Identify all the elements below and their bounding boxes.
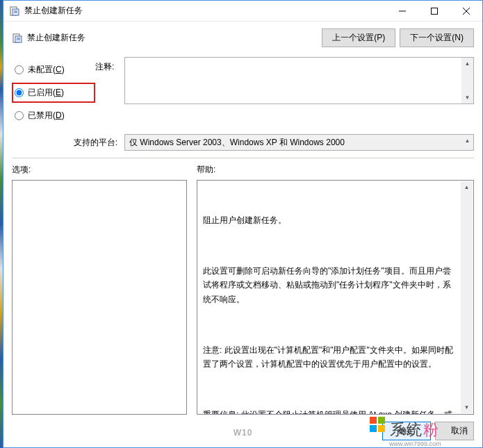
help-para: 阻止用户创建新任务。 [203, 213, 458, 227]
previous-setting-button[interactable]: 上一个设置(P) [322, 28, 395, 47]
radio-group: 未配置(C) 已启用(E) 已禁用(D) [12, 57, 95, 128]
platform-value-box: 仅 Windows Server 2003、Windows XP 和 Windo… [124, 134, 474, 151]
ok-button[interactable]: 确定 [382, 422, 431, 440]
help-box: 阻止用户创建新任务。 此设置可删除可启动新任务向导的"添加计划任务"项目。而且用… [197, 180, 474, 415]
policy-icon [12, 33, 23, 44]
svg-rect-5 [432, 8, 438, 14]
maximize-button[interactable] [418, 1, 450, 22]
platform-row: 支持的平台: 仅 Windows Server 2003、Windows XP … [3, 131, 482, 158]
help-scrollbar[interactable]: ▲ ▼ [461, 181, 473, 413]
options-box [12, 180, 187, 415]
radio-not-configured-label[interactable]: 未配置(C) [28, 64, 65, 76]
minimize-button[interactable] [386, 1, 418, 22]
radio-enabled[interactable] [15, 88, 24, 97]
window-icon [9, 6, 20, 17]
titlebar: 禁止创建新任务 [3, 1, 482, 22]
help-text: 阻止用户创建新任务。 此设置可删除可启动新任务向导的"添加计划任务"项目。而且用… [197, 181, 473, 415]
window-title: 禁止创建新任务 [24, 5, 386, 17]
toolbar: 禁止创建新任务 上一个设置(P) 下一个设置(N) [3, 22, 482, 51]
scroll-track[interactable] [461, 193, 473, 401]
help-para: 注意: 此设置出现在"计算机配置"和"用户配置"文件夹中。如果同时配置了两个设置… [203, 343, 458, 372]
bottom-bar: W10 确定 取消 系统粉 www.win7999.com [3, 415, 482, 447]
options-label: 选项: [12, 164, 187, 176]
radio-disabled[interactable] [15, 111, 24, 120]
platform-label: 支持的平台: [12, 137, 124, 149]
config-section: 未配置(C) 已启用(E) 已禁用(D) 注释: ▲ ▼ [3, 51, 482, 131]
help-para: 此设置可删除可启动新任务向导的"添加计划任务"项目。而且用户尝试将程序或文档移动… [203, 264, 458, 306]
policy-dialog-window: 禁止创建新任务 禁止创建新任务 上一个设置(P) 下一个设置(N) [3, 0, 483, 448]
options-column: 选项: [12, 164, 187, 415]
body-section: 选项: 帮助: 阻止用户创建新任务。 此设置可删除可启动新任务向导的"添加计划任… [3, 164, 482, 415]
scroll-down-icon[interactable]: ▼ [461, 401, 473, 413]
help-para: 重要信息: 此设置不会阻止计算机管理员使用 At.exe 创建新任务，或阻止管理… [203, 408, 458, 415]
radio-enabled-label[interactable]: 已启用(E) [28, 87, 64, 99]
scroll-track[interactable] [461, 69, 473, 92]
comment-label: 注释: [95, 57, 124, 73]
titlebar-controls [386, 1, 482, 22]
scroll-up-icon[interactable]: ▲ [461, 181, 473, 193]
next-setting-button[interactable]: 下一个设置(N) [400, 28, 474, 47]
close-button[interactable] [450, 1, 482, 22]
policy-title: 禁止创建新任务 [27, 32, 318, 44]
watermark-small: W10 [234, 428, 253, 438]
scroll-up-icon[interactable]: ▲ [461, 58, 473, 69]
comment-textarea[interactable] [124, 57, 474, 104]
radio-not-configured-row[interactable]: 未配置(C) [12, 60, 95, 80]
platform-value: 仅 Windows Server 2003、Windows XP 和 Windo… [129, 137, 345, 149]
help-column: 帮助: 阻止用户创建新任务。 此设置可删除可启动新任务向导的"添加计划任务"项目… [197, 164, 474, 415]
radio-disabled-label[interactable]: 已禁用(D) [28, 110, 65, 122]
radio-disabled-row[interactable]: 已禁用(D) [12, 106, 95, 126]
cancel-button[interactable]: 取消 [435, 422, 474, 440]
radio-not-configured[interactable] [15, 65, 24, 74]
comment-scrollbar[interactable]: ▲ ▼ [461, 58, 473, 103]
platform-scroll-up-icon[interactable]: ▲ [461, 135, 473, 147]
help-label: 帮助: [197, 164, 474, 176]
comment-box: ▲ ▼ [124, 57, 474, 106]
divider [12, 158, 474, 158]
radio-enabled-row[interactable]: 已启用(E) [12, 83, 95, 103]
scroll-down-icon[interactable]: ▼ [461, 92, 473, 103]
